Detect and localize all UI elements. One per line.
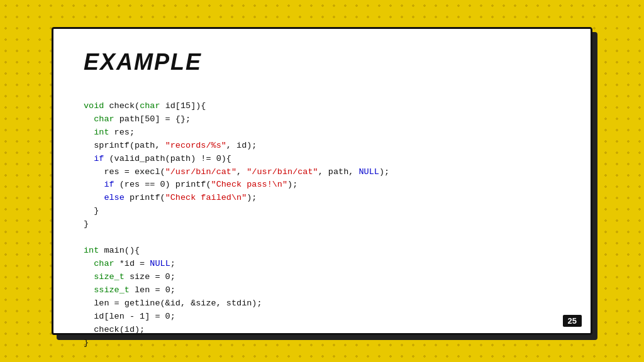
slide-title: Example [84,49,560,75]
slide: Example void check(char id[15]){ char pa… [52,27,592,335]
page-number: 25 [563,315,582,327]
code-block: void check(char id[15]){ char path[50] =… [84,87,560,362]
slide-container: Example void check(char id[15]){ char pa… [52,27,592,335]
